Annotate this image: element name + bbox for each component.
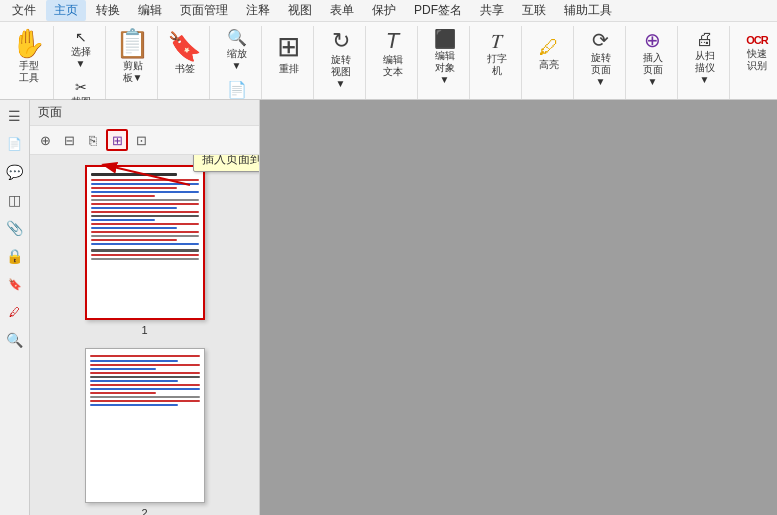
rotate-view-icon: ↻: [332, 30, 350, 52]
sidebar-toolbar: ⊕ ⊟ ⎘ ⊞ ⊡: [30, 126, 259, 155]
menu-home[interactable]: 主页: [46, 0, 86, 21]
sidebar-tb4-insert[interactable]: ⊞: [106, 129, 128, 151]
sidebar-tb2[interactable]: ⊟: [58, 129, 80, 151]
left-btn-search[interactable]: 🔍: [3, 328, 27, 352]
typewriter-button[interactable]: 𝑇 打字机: [479, 26, 515, 81]
screenshot-icon: ✂: [75, 80, 87, 94]
hand-tool-button[interactable]: ✋ 手型工具: [6, 26, 51, 88]
left-btn-sign[interactable]: 🖊: [3, 300, 27, 324]
menu-tools[interactable]: 辅助工具: [556, 0, 620, 21]
ribbon-group-ocr: OCR 快速识别: [732, 26, 777, 99]
ribbon-buttons-ocr: OCR 快速识别: [739, 26, 775, 99]
menu-convert[interactable]: 转换: [88, 0, 128, 21]
menu-sign[interactable]: PDF签名: [406, 0, 470, 21]
scan-button[interactable]: 🖨 从扫描仪▼: [686, 26, 723, 90]
menu-page-manage[interactable]: 页面管理: [172, 0, 236, 21]
edit-obj-button[interactable]: ⬛ 编辑对象▼: [426, 26, 463, 90]
sidebar-tb5[interactable]: ⊡: [130, 129, 152, 151]
page-thumb-2[interactable]: 2: [85, 348, 205, 515]
edit-obj-icon: ⬛: [434, 30, 456, 48]
left-btn-page[interactable]: 📄: [3, 132, 27, 156]
insert-page-button[interactable]: ⊕ 插入页面▼: [634, 26, 671, 92]
ribbon-buttons-bookmark: 🔖 书签: [162, 26, 207, 99]
ribbon-buttons-edit-text: T 编辑文本: [375, 26, 411, 99]
select-label: 选择▼: [67, 46, 94, 70]
rotate-view-button[interactable]: ↻ 旋转视图▼: [322, 26, 359, 94]
ribbon-group-hand: ✋ 手型工具: [4, 26, 54, 99]
clipboard-label: 剪贴板▼: [123, 60, 143, 84]
menu-share[interactable]: 共享: [472, 0, 512, 21]
ribbon-buttons-edit-obj: ⬛ 编辑对象▼: [426, 26, 463, 99]
highlight-button[interactable]: 🖊 高亮: [531, 26, 567, 81]
left-btn-layers[interactable]: ◫: [3, 188, 27, 212]
left-btn-lock[interactable]: 🔒: [3, 244, 27, 268]
doc-content-1: [87, 167, 203, 266]
menu-annotate[interactable]: 注释: [238, 0, 278, 21]
tooltip-box: 插入页面到PDF文件中: [193, 155, 260, 172]
highlight-label: 高亮: [539, 59, 559, 71]
ribbon-group-rotate-page: ⟳ 旋转页面▼: [576, 26, 626, 99]
clipboard-button[interactable]: 📋 剪贴板▼: [110, 26, 155, 88]
ribbon-group-clipboard: 📋 剪贴板▼: [108, 26, 158, 99]
menu-form[interactable]: 表单: [322, 0, 362, 21]
zoom-button[interactable]: 🔍 缩放▼: [218, 26, 255, 76]
left-btn-hand[interactable]: ☰: [3, 104, 27, 128]
bookmark-icon: 🔖: [167, 33, 202, 61]
ribbon-group-typewriter: 𝑇 打字机: [472, 26, 522, 99]
left-toolbar: ☰ 📄 💬 ◫ 📎 🔒 🔖 🖊 🔍: [0, 100, 30, 515]
menu-view[interactable]: 视图: [280, 0, 320, 21]
bookmark-label: 书签: [175, 63, 195, 75]
ocr-button[interactable]: OCR 快速识别: [739, 26, 775, 81]
scan-icon: 🖨: [696, 30, 714, 48]
menu-connect[interactable]: 互联: [514, 0, 554, 21]
left-btn-attach[interactable]: 📎: [3, 216, 27, 240]
page-2-label: 2: [141, 507, 147, 515]
left-btn-comment[interactable]: 💬: [3, 160, 27, 184]
main-canvas: [260, 100, 777, 515]
scan-label: 从扫描仪▼: [691, 50, 718, 86]
edit-text-button[interactable]: T 编辑文本: [375, 26, 411, 82]
menu-file[interactable]: 文件: [4, 0, 44, 21]
ocr-icon: OCR: [746, 35, 767, 46]
hand-icon: ✋: [11, 30, 46, 58]
typewriter-icon: 𝑇: [491, 31, 502, 51]
rotate-page-label: 旋转页面▼: [587, 52, 614, 88]
sidebar-tb3-icon: ⎘: [89, 133, 97, 148]
bookmark-button[interactable]: 🔖 书签: [162, 26, 207, 81]
ribbon-buttons-rotate-page: ⟳ 旋转页面▼: [582, 26, 619, 99]
sidebar-tb4-icon: ⊞: [112, 133, 123, 148]
ribbon-buttons-typewriter: 𝑇 打字机: [479, 26, 515, 99]
sidebar-tb1-icon: ⊕: [40, 133, 51, 148]
typewriter-label: 打字机: [487, 53, 507, 77]
doc-content-2: [86, 349, 204, 412]
pages-container: 1 插入页面到PDF文件中: [30, 155, 259, 515]
sidebar-header: 页面: [30, 100, 259, 126]
ribbon-group-bookmark: 🔖 书签: [160, 26, 210, 99]
sidebar-tb3[interactable]: ⎘: [82, 129, 104, 151]
ribbon-buttons-highlight: 🖊 高亮: [531, 26, 567, 99]
menu-protect[interactable]: 保护: [364, 0, 404, 21]
menu-edit[interactable]: 编辑: [130, 0, 170, 21]
page-thumb-img-1[interactable]: [85, 165, 205, 320]
ocr-label: 快速识别: [747, 48, 767, 72]
edit-text-icon: T: [386, 30, 399, 52]
clipboard-icon: 📋: [115, 30, 150, 58]
sidebar-tb1[interactable]: ⊕: [34, 129, 56, 151]
reflow-button[interactable]: ⊞ 重排: [271, 26, 307, 81]
ribbon-group-zoom: 🔍 缩放▼ 📄 页面适应选项▼: [212, 26, 262, 99]
zoom-label: 缩放▼: [223, 48, 250, 72]
page-1-label: 1: [141, 324, 147, 336]
ribbon-buttons-scan: 🖨 从扫描仪▼: [686, 26, 723, 99]
select-button[interactable]: ↖ 选择▼: [62, 26, 99, 74]
sidebar-panel: 页面 ⊕ ⊟ ⎘ ⊞ ⊡: [30, 100, 260, 515]
sidebar-tb2-icon: ⊟: [64, 133, 75, 148]
zoom-icon: 🔍: [227, 30, 247, 46]
ribbon-group-select: ↖ 选择▼ ✂ 截图: [56, 26, 106, 99]
left-btn-bookmark[interactable]: 🔖: [3, 272, 27, 296]
ribbon-group-insert: ⊕ 插入页面▼: [628, 26, 678, 99]
page-thumb-1[interactable]: 1: [85, 165, 205, 336]
page-thumb-img-2[interactable]: [85, 348, 205, 503]
rotate-page-button[interactable]: ⟳ 旋转页面▼: [582, 26, 619, 92]
ribbon-group-highlight: 🖊 高亮: [524, 26, 574, 99]
page-1-container: 1 插入页面到PDF文件中: [85, 165, 205, 336]
